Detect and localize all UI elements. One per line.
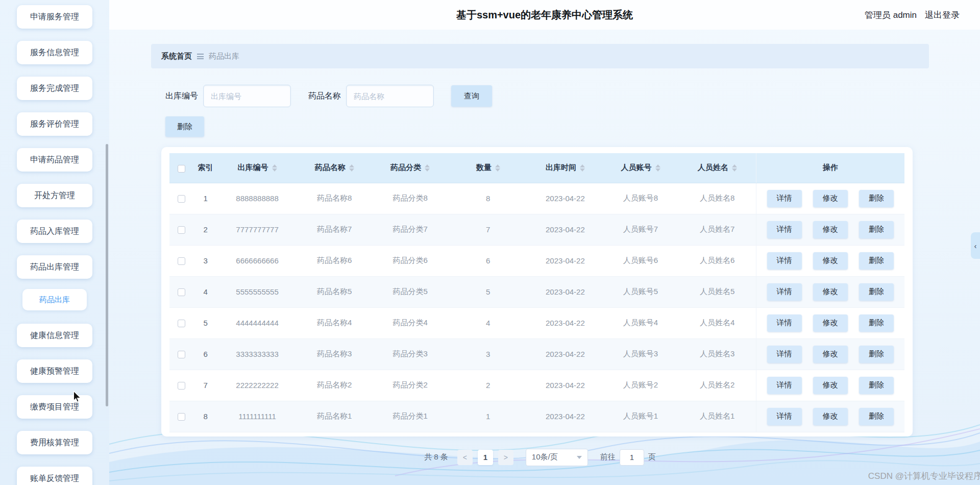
cell-checkbox [169,338,193,370]
cell-drug-category: 药品分类4 [372,307,448,338]
delete-button[interactable]: 删除 [859,377,894,394]
sort-icon[interactable] [272,164,277,172]
delete-button[interactable]: 删除 [859,221,894,238]
edit-button[interactable]: 修改 [813,283,848,301]
code-input[interactable] [203,85,291,107]
delete-button[interactable]: 删除 [859,314,894,332]
sidebar-item[interactable]: 健康信息管理 [17,324,92,347]
edit-button[interactable]: 修改 [813,190,848,207]
cell-index: 5 [193,307,218,338]
row-checkbox[interactable] [178,226,185,234]
detail-button[interactable]: 详情 [767,314,802,332]
column-header[interactable]: 出库时间 [528,153,602,183]
cell-outbound-code: 3333333333 [218,338,297,370]
sidebar-scrollbar[interactable] [106,144,108,406]
row-checkbox[interactable] [178,351,185,358]
cell-checkbox [169,370,193,401]
select-all-checkbox[interactable] [178,165,185,173]
delete-button[interactable]: 删除 [859,408,894,425]
row-checkbox[interactable] [178,257,185,265]
cell-actions: 详情 修改 删除 [756,183,904,214]
delete-button[interactable]: 删除 [859,252,894,270]
edit-button[interactable]: 修改 [813,346,848,363]
cell-index: 2 [193,214,218,245]
filter-name-group: 药品名称 [308,85,434,107]
breadcrumb-home[interactable]: 系统首页 [161,52,192,61]
column-header[interactable]: 人员姓名 [679,153,756,183]
cell-checkbox [169,245,193,276]
bulk-delete-button[interactable]: 删除 [165,116,204,137]
page-size-select[interactable]: 10条/页 [526,449,588,466]
sort-icon[interactable] [349,164,354,172]
detail-button[interactable]: 详情 [767,283,802,301]
row-checkbox[interactable] [178,195,185,203]
table-row: 7 2222222222 药品名称2 药品分类2 2 2023-04-22 人员… [169,370,904,401]
row-checkbox[interactable] [178,288,185,296]
sidebar-subitem[interactable]: 药品出库 [22,289,87,310]
cell-quantity: 8 [448,183,528,214]
detail-button[interactable]: 详情 [767,408,802,425]
cell-checkbox [169,276,193,307]
sidebar-item[interactable]: 服务评价管理 [17,112,92,136]
column-header[interactable]: 出库编号 [218,153,297,183]
cell-staff-name: 人员姓名1 [679,401,756,432]
cell-staff-account: 人员账号8 [602,183,679,214]
edit-button[interactable]: 修改 [813,408,848,425]
search-button[interactable]: 查询 [451,85,492,107]
detail-button[interactable]: 详情 [767,221,802,238]
cell-outbound-date: 2023-04-22 [528,245,602,276]
logout-link[interactable]: 退出登录 [925,9,960,21]
detail-button[interactable]: 详情 [767,252,802,270]
sort-icon[interactable] [655,164,660,172]
column-header[interactable]: 人员账号 [602,153,679,183]
sidebar-item[interactable]: 健康预警管理 [17,359,92,383]
row-checkbox[interactable] [178,413,185,421]
cell-outbound-code: 1111111111 [218,401,297,432]
delete-button[interactable]: 删除 [859,283,894,301]
cell-quantity: 1 [448,401,528,432]
sidebar-item[interactable]: 开处方管理 [17,184,92,207]
sidebar-item[interactable]: 缴费项目管理 [17,395,92,419]
collapse-panel-tab[interactable]: ‹ [971,232,980,259]
delete-button[interactable]: 删除 [859,190,894,207]
sidebar-item[interactable]: 服务完成管理 [17,77,92,100]
cell-checkbox [169,214,193,245]
row-checkbox[interactable] [178,320,185,327]
detail-button[interactable]: 详情 [767,190,802,207]
edit-button[interactable]: 修改 [813,252,848,270]
sidebar-item[interactable]: 账单反馈管理 [17,467,92,485]
sort-icon[interactable] [732,164,737,172]
name-input[interactable] [346,85,434,107]
sidebar-item[interactable]: 费用核算管理 [17,431,92,454]
pagination: 共 8 条 < 1 > 10条/页 前往 页 [151,449,929,466]
next-page-button[interactable]: > [498,450,513,465]
cell-drug-name: 药品名称6 [297,245,372,276]
column-header[interactable]: 药品名称 [297,153,372,183]
table-header-row: 索引出库编号药品名称药品分类数量出库时间人员账号人员姓名操作 [169,153,904,183]
edit-button[interactable]: 修改 [813,221,848,238]
sidebar-item[interactable]: 药品入库管理 [17,220,92,243]
edit-button[interactable]: 修改 [813,314,848,332]
column-header[interactable]: 数量 [448,153,528,183]
column-header[interactable]: 药品分类 [372,153,448,183]
sidebar-item[interactable]: 申请服务管理 [17,5,92,29]
sidebar-item[interactable]: 药品出库管理 [17,255,92,279]
sidebar-item[interactable]: 服务信息管理 [17,41,92,64]
delete-button[interactable]: 删除 [859,346,894,363]
sort-icon[interactable] [580,164,585,172]
sort-icon[interactable] [425,164,430,172]
sort-icon[interactable] [495,164,500,172]
column-label: 操作 [823,163,838,172]
prev-page-button[interactable]: < [457,450,473,465]
goto-label: 前往 [600,452,616,462]
cell-outbound-code: 7777777777 [218,214,297,245]
edit-button[interactable]: 修改 [813,377,848,394]
goto-page-input[interactable] [620,449,644,466]
detail-button[interactable]: 详情 [767,346,802,363]
current-page[interactable]: 1 [478,450,493,465]
cell-outbound-code: 8888888888 [218,183,297,214]
detail-button[interactable]: 详情 [767,377,802,394]
sidebar-item[interactable]: 申请药品管理 [17,148,92,172]
cell-quantity: 2 [448,370,528,401]
row-checkbox[interactable] [178,382,185,390]
